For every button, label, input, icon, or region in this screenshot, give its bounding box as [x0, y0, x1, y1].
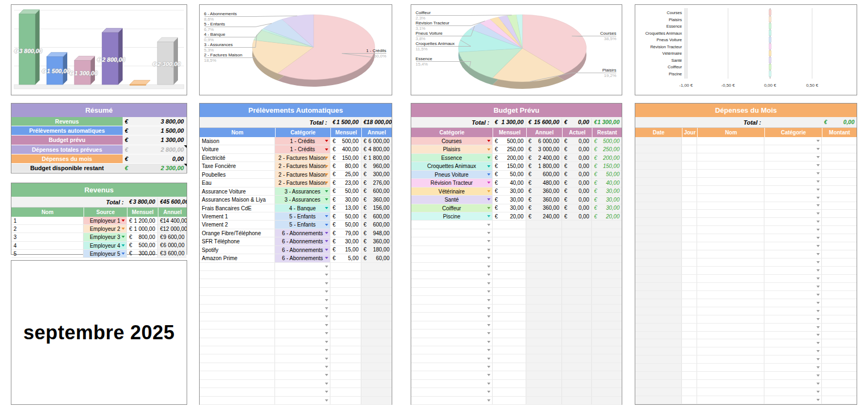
category-select[interactable]	[411, 397, 493, 404]
annuel-cell[interactable]: €300,00	[361, 171, 392, 178]
date-cell[interactable]	[635, 234, 682, 242]
category-select[interactable]: Piscine	[411, 212, 493, 220]
name-cell[interactable]	[697, 250, 764, 258]
montant-cell[interactable]	[822, 178, 857, 185]
category-select[interactable]	[764, 186, 822, 193]
date-cell[interactable]	[635, 226, 682, 234]
annuel-cell[interactable]	[526, 363, 562, 371]
annuel-cell[interactable]	[361, 363, 392, 371]
date-cell[interactable]	[635, 283, 682, 290]
name-cell[interactable]	[200, 397, 275, 404]
category-select[interactable]	[275, 296, 330, 303]
category-select[interactable]	[764, 364, 822, 371]
name-cell[interactable]	[697, 194, 764, 202]
name-cell[interactable]	[697, 186, 764, 193]
category-select[interactable]	[411, 363, 493, 371]
mensuel-cell[interactable]	[330, 321, 361, 329]
name-cell[interactable]: Maison	[200, 137, 275, 145]
category-select[interactable]: 6 - Abonnements	[275, 246, 330, 254]
montant-cell[interactable]	[822, 315, 857, 323]
annuel-cell[interactable]: €1 800,00	[361, 154, 392, 161]
annuel-cell[interactable]	[361, 371, 392, 379]
category-select[interactable]	[764, 388, 822, 396]
mensuel-cell[interactable]	[493, 246, 526, 254]
montant-cell[interactable]	[822, 267, 857, 274]
category-select[interactable]	[411, 288, 493, 295]
actuel-cell[interactable]	[562, 246, 592, 254]
name-cell[interactable]: 4	[11, 242, 84, 249]
annuel-cell[interactable]: €600,00	[361, 188, 392, 195]
category-select[interactable]	[411, 221, 493, 228]
name-cell[interactable]	[697, 153, 764, 161]
category-select[interactable]	[764, 170, 822, 177]
mensuel-cell[interactable]: €30,00	[493, 196, 526, 203]
category-select[interactable]	[275, 271, 330, 279]
mensuel-cell[interactable]	[330, 305, 361, 312]
mensuel-cell[interactable]: €500,00	[493, 137, 526, 145]
jour-cell[interactable]	[682, 396, 697, 404]
montant-cell[interactable]	[822, 339, 857, 347]
category-select[interactable]	[764, 250, 822, 258]
annuel-cell[interactable]: €360,00	[526, 196, 562, 203]
name-cell[interactable]	[697, 178, 764, 185]
actuel-cell[interactable]	[562, 296, 592, 303]
category-select[interactable]	[764, 396, 822, 404]
annuel-cell[interactable]: €6 000,00	[158, 242, 187, 249]
name-cell[interactable]	[200, 296, 275, 303]
category-select[interactable]: 2 - Factures Maison	[275, 171, 330, 178]
mensuel-cell[interactable]	[493, 354, 526, 362]
category-select[interactable]	[411, 354, 493, 362]
resume-row-value[interactable]: 3 800,00	[133, 117, 187, 126]
actuel-cell[interactable]	[562, 388, 592, 396]
montant-cell[interactable]	[822, 388, 857, 396]
actuel-cell[interactable]	[562, 346, 592, 354]
resume-row-value[interactable]: 1 300,00	[133, 135, 187, 144]
annuel-cell[interactable]	[361, 271, 392, 279]
annuel-cell[interactable]	[526, 313, 562, 320]
name-cell[interactable]	[697, 347, 764, 355]
actuel-cell[interactable]: €0,00	[562, 154, 592, 161]
mensuel-cell[interactable]	[493, 397, 526, 404]
euro-symbol[interactable]: €	[123, 126, 133, 135]
annuel-cell[interactable]	[361, 397, 392, 404]
category-select[interactable]	[764, 299, 822, 307]
actuel-cell[interactable]	[562, 221, 592, 228]
annuel-cell[interactable]: €6 000,00	[361, 137, 392, 145]
jour-cell[interactable]	[682, 210, 697, 217]
date-cell[interactable]	[635, 267, 682, 274]
resume-row-value[interactable]: 2 300,00	[133, 164, 187, 172]
category-select[interactable]	[764, 145, 822, 153]
date-cell[interactable]	[635, 194, 682, 202]
actuel-cell[interactable]	[562, 397, 592, 404]
category-select[interactable]	[275, 329, 330, 337]
category-select[interactable]	[275, 380, 330, 387]
montant-cell[interactable]	[822, 372, 857, 379]
category-select[interactable]	[275, 305, 330, 312]
montant-cell[interactable]	[822, 186, 857, 193]
mensuel-cell[interactable]	[330, 388, 361, 396]
name-cell[interactable]	[697, 339, 764, 347]
jour-cell[interactable]	[682, 178, 697, 185]
jour-cell[interactable]	[682, 218, 697, 225]
name-cell[interactable]: Électricité	[200, 154, 275, 161]
annuel-cell[interactable]	[526, 296, 562, 303]
mensuel-cell[interactable]	[330, 263, 361, 270]
date-cell[interactable]	[635, 372, 682, 379]
annuel-cell[interactable]	[526, 338, 562, 346]
annuel-cell[interactable]: €240,00	[526, 212, 562, 220]
category-select[interactable]	[764, 161, 822, 169]
category-select[interactable]: Vétérinaire	[411, 188, 493, 195]
annuel-cell[interactable]: €276,00	[361, 179, 392, 186]
mensuel-cell[interactable]: €20,00	[493, 212, 526, 220]
name-cell[interactable]	[200, 329, 275, 337]
source-select[interactable]: Employeur 3	[84, 233, 127, 241]
mensuel-cell[interactable]	[330, 296, 361, 303]
mensuel-cell[interactable]: €1 200,00	[127, 217, 158, 224]
name-cell[interactable]	[200, 346, 275, 354]
category-select[interactable]	[411, 296, 493, 303]
annuel-cell[interactable]	[526, 354, 562, 362]
annuel-cell[interactable]: €3 000,00	[526, 145, 562, 153]
mensuel-cell[interactable]: €300,00	[127, 250, 158, 257]
annuel-cell[interactable]: €600,00	[361, 212, 392, 220]
mensuel-cell[interactable]: €500,00	[330, 137, 361, 145]
